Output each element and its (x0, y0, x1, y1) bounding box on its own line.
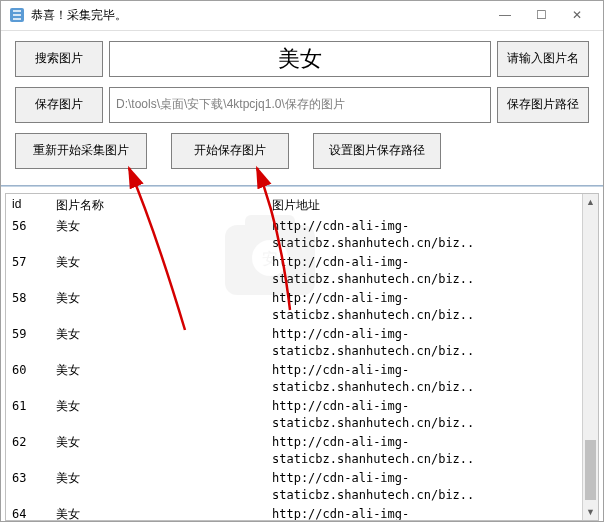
cell-id: 63 (12, 470, 56, 504)
cell-url: http://cdn-ali-img-staticbz.shanhutech.c… (272, 290, 592, 324)
app-icon (9, 7, 25, 23)
cell-name: 美女 (56, 326, 272, 360)
cell-id: 57 (12, 254, 56, 288)
cell-url: http://cdn-ali-img-staticbz.shanhutech.c… (272, 254, 592, 288)
start-save-button[interactable]: 开始保存图片 (171, 133, 289, 169)
cell-name: 美女 (56, 398, 272, 432)
save-path-input[interactable] (109, 87, 491, 123)
header-name: 图片名称 (56, 197, 272, 214)
cell-name: 美女 (56, 506, 272, 521)
search-placeholder-label[interactable]: 请输入图片名 (497, 41, 589, 77)
table-row[interactable]: 60美女http://cdn-ali-img-staticbz.shanhute… (6, 361, 598, 397)
minimize-button[interactable]: — (487, 2, 523, 28)
table-row[interactable]: 56美女http://cdn-ali-img-staticbz.shanhute… (6, 217, 598, 253)
cell-name: 美女 (56, 290, 272, 324)
table-body[interactable]: 56美女http://cdn-ali-img-staticbz.shanhute… (6, 217, 598, 521)
cell-url: http://cdn-ali-img-staticbz.shanhutech.c… (272, 434, 592, 468)
cell-name: 美女 (56, 254, 272, 288)
titlebar[interactable]: 恭喜！采集完毕。 — ☐ ✕ (1, 1, 603, 31)
table-row[interactable]: 61美女http://cdn-ali-img-staticbz.shanhute… (6, 397, 598, 433)
search-input[interactable] (109, 41, 491, 77)
cell-url: http://cdn-ali-img-staticbz.shanhutech.c… (272, 506, 592, 521)
scroll-thumb[interactable] (585, 440, 596, 500)
cell-id: 56 (12, 218, 56, 252)
cell-url: http://cdn-ali-img-staticbz.shanhutech.c… (272, 362, 592, 396)
close-button[interactable]: ✕ (559, 2, 595, 28)
cell-name: 美女 (56, 470, 272, 504)
cell-name: 美女 (56, 434, 272, 468)
maximize-button[interactable]: ☐ (523, 2, 559, 28)
result-table: id 图片名称 图片地址 56美女http://cdn-ali-img-stat… (5, 193, 599, 521)
scroll-up-icon[interactable]: ▲ (583, 194, 598, 210)
cell-id: 64 (12, 506, 56, 521)
divider (1, 185, 603, 187)
cell-url: http://cdn-ali-img-staticbz.shanhutech.c… (272, 326, 592, 360)
window-title: 恭喜！采集完毕。 (31, 7, 487, 24)
scroll-down-icon[interactable]: ▼ (583, 504, 598, 520)
cell-url: http://cdn-ali-img-staticbz.shanhutech.c… (272, 398, 592, 432)
restart-collect-button[interactable]: 重新开始采集图片 (15, 133, 147, 169)
cell-name: 美女 (56, 362, 272, 396)
cell-id: 62 (12, 434, 56, 468)
table-row[interactable]: 59美女http://cdn-ali-img-staticbz.shanhute… (6, 325, 598, 361)
cell-url: http://cdn-ali-img-staticbz.shanhutech.c… (272, 218, 592, 252)
cell-id: 61 (12, 398, 56, 432)
search-button[interactable]: 搜索图片 (15, 41, 103, 77)
table-row[interactable]: 58美女http://cdn-ali-img-staticbz.shanhute… (6, 289, 598, 325)
table-row[interactable]: 57美女http://cdn-ali-img-staticbz.shanhute… (6, 253, 598, 289)
app-window: 恭喜！采集完毕。 — ☐ ✕ 搜索图片 请输入图片名 保存图片 保存图片路径 重… (0, 0, 604, 522)
table-row[interactable]: 64美女http://cdn-ali-img-staticbz.shanhute… (6, 505, 598, 521)
cell-name: 美女 (56, 218, 272, 252)
cell-id: 58 (12, 290, 56, 324)
cell-id: 60 (12, 362, 56, 396)
scrollbar[interactable]: ▲ ▼ (582, 194, 598, 520)
cell-id: 59 (12, 326, 56, 360)
table-header: id 图片名称 图片地址 (6, 194, 598, 217)
header-url: 图片地址 (272, 197, 592, 214)
cell-url: http://cdn-ali-img-staticbz.shanhutech.c… (272, 470, 592, 504)
header-id: id (12, 197, 56, 214)
set-save-path-button[interactable]: 设置图片保存路径 (313, 133, 441, 169)
save-path-label[interactable]: 保存图片路径 (497, 87, 589, 123)
save-image-button[interactable]: 保存图片 (15, 87, 103, 123)
table-row[interactable]: 63美女http://cdn-ali-img-staticbz.shanhute… (6, 469, 598, 505)
table-row[interactable]: 62美女http://cdn-ali-img-staticbz.shanhute… (6, 433, 598, 469)
